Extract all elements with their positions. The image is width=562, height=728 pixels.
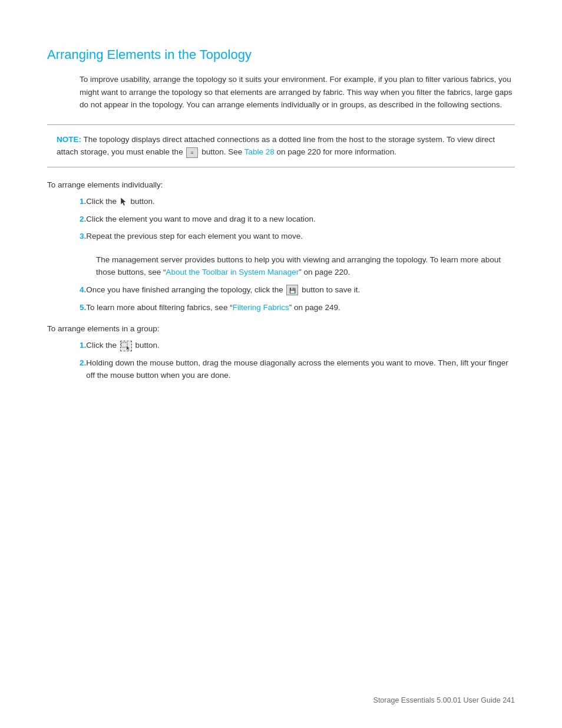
save-icon: 💾 — [286, 285, 298, 295]
svg-rect-1 — [121, 342, 127, 347]
step-5-content: To learn more about filtering fabrics, s… — [86, 301, 515, 314]
note-label: NOTE: — [57, 135, 81, 144]
step-5-text-after: ” on page 249. — [289, 303, 340, 312]
footer-text: Storage Essentials 5.00.01 User Guide 24… — [373, 696, 515, 704]
group-step-1-content: Click the button. — [86, 339, 515, 352]
page: Arranging Elements in the Topology To im… — [0, 0, 562, 728]
toolbar-link[interactable]: About the Toolbar in System Manager — [166, 268, 299, 276]
list-item: 5. To learn more about filtering fabrics… — [47, 301, 515, 314]
table-28-link[interactable]: Table 28 — [244, 147, 275, 156]
group-step-2-content: Holding down the mouse button, drag the … — [86, 357, 515, 382]
sub-para-text-after: ” on page 220. — [299, 268, 350, 276]
step-4-text-before: Once you have finished arranging the top… — [86, 285, 285, 294]
group-step-1-text-after: button. — [135, 341, 160, 350]
list-item: 4. Once you have finished arranging the … — [47, 284, 515, 297]
individually-label: To arrange elements individually: — [47, 180, 515, 189]
group-step-1-text-before: Click the — [86, 341, 119, 350]
list-item: 3. Repeat the previous step for each ele… — [47, 230, 515, 243]
step-4-content: Once you have finished arranging the top… — [86, 284, 515, 297]
list-item: 1. Click the button. — [47, 339, 515, 352]
svg-marker-2 — [127, 346, 130, 351]
step-1-content: Click the button. — [86, 195, 515, 208]
step-1-text-before: Click the — [86, 197, 119, 206]
step-number-5: 5. — [47, 301, 86, 314]
list-item: 2. Holding down the mouse button, drag t… — [47, 357, 515, 382]
individually-list: 1. Click the button. 2. Click the elemen… — [47, 195, 515, 243]
group-list: 1. Click the button. 2. Holding down the… — [47, 339, 515, 382]
page-footer: Storage Essentials 5.00.01 User Guide 24… — [373, 696, 515, 704]
step-1-text-after: button. — [131, 197, 155, 206]
group-label: To arrange elements in a group: — [47, 324, 515, 333]
list-item: 2. Click the element you want to move an… — [47, 213, 515, 226]
page-title: Arranging Elements in the Topology — [47, 47, 515, 62]
step-5-text-before: To learn more about filtering fabrics, s… — [86, 303, 232, 312]
svg-marker-0 — [121, 197, 126, 206]
step-number-4: 4. — [47, 284, 86, 297]
direct-attach-icon: ≡ — [186, 147, 198, 158]
sub-paragraph-3: The management server provides buttons t… — [47, 253, 515, 279]
step-4-text-after: button to save it. — [302, 285, 360, 294]
steps-4-5: 4. Once you have finished arranging the … — [47, 284, 515, 314]
step-number-3: 3. — [47, 230, 86, 243]
group-select-icon — [120, 341, 132, 351]
cursor-icon — [120, 197, 127, 206]
step-number-1: 1. — [47, 195, 86, 208]
note-text2: button. See — [201, 147, 244, 156]
note-box: NOTE: The topology displays direct attac… — [47, 124, 515, 167]
step-3-content: Repeat the previous step for each elemen… — [86, 230, 515, 243]
note-text3: on page 220 for more information. — [275, 147, 396, 156]
step-2-content: Click the element you want to move and d… — [86, 213, 515, 226]
group-step-number-1: 1. — [47, 339, 86, 352]
intro-paragraph: To improve usability, arrange the topolo… — [47, 73, 515, 111]
group-step-number-2: 2. — [47, 357, 86, 370]
filtering-fabrics-link[interactable]: Filtering Fabrics — [233, 303, 289, 312]
step-number-2: 2. — [47, 213, 86, 226]
list-item: 1. Click the button. — [47, 195, 515, 208]
